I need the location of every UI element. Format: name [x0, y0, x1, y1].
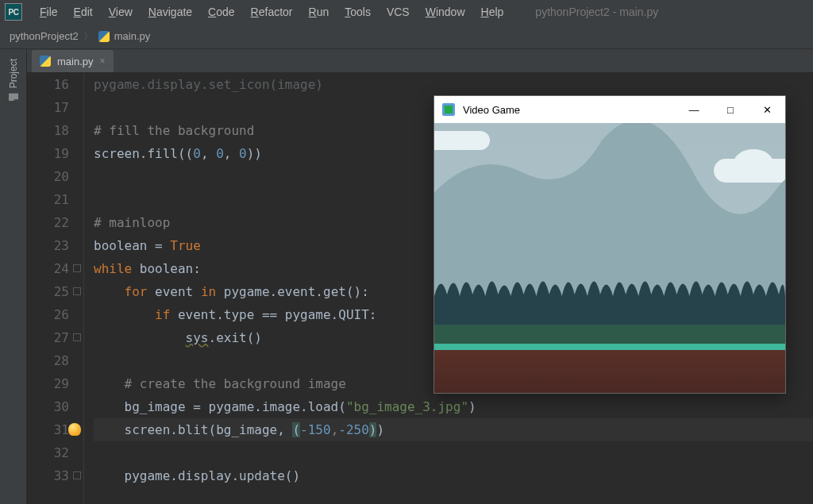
code-line[interactable]	[94, 441, 813, 464]
gutter-line[interactable]: 28	[27, 349, 69, 372]
editor-tab-main-py[interactable]: main.py ×	[32, 50, 114, 72]
code-line[interactable]: bg_image = pygame.image.load("bg_image_3…	[94, 395, 813, 418]
close-button[interactable]: ✕	[749, 96, 785, 123]
fold-marker-icon[interactable]	[73, 287, 81, 295]
gutter-line[interactable]: 25	[27, 280, 69, 303]
project-toolwindow-button[interactable]: Project	[6, 54, 21, 106]
gutter-line[interactable]: 24	[27, 257, 69, 280]
fold-marker-icon[interactable]	[73, 333, 81, 341]
menu-items: FileEditViewNavigateCodeRefactorRunTools…	[32, 4, 511, 20]
fold-marker-icon[interactable]	[73, 471, 81, 479]
gutter-line[interactable]: 26	[27, 303, 69, 326]
pygame-titlebar[interactable]: Video Game — □ ✕	[434, 96, 785, 123]
menu-help[interactable]: Help	[473, 4, 512, 20]
breadcrumb-separator-icon: 〉	[83, 29, 94, 44]
intention-bulb-icon[interactable]	[68, 423, 81, 436]
grass-highlight	[434, 344, 785, 350]
gutter-line[interactable]: 33	[27, 464, 69, 487]
gutter-line[interactable]: 16	[27, 73, 69, 96]
grass-strip	[434, 325, 785, 345]
window-controls: — □ ✕	[676, 96, 785, 123]
python-file-icon	[40, 56, 51, 67]
pygame-window-title: Video Game	[463, 104, 520, 116]
code-line[interactable]: screen.blit(bg_image, (-150,-250))	[94, 418, 813, 441]
dirt-ground	[434, 350, 785, 393]
editor-gutter: 161718192021222324252627282930313233	[27, 73, 84, 504]
gutter-line[interactable]: 31	[27, 418, 69, 441]
gutter-line[interactable]: 18	[27, 119, 69, 142]
menu-vcs[interactable]: VCS	[379, 4, 418, 20]
code-line[interactable]: pygame.display.update()	[94, 464, 813, 487]
grass-silhouette	[434, 264, 785, 325]
project-toolwindow-label: Project	[8, 59, 19, 88]
pycharm-logo-icon: PC	[5, 3, 22, 21]
breadcrumb: pythonProject2 〉 main.py	[0, 24, 813, 49]
menu-code[interactable]: Code	[200, 4, 242, 20]
menu-edit[interactable]: Edit	[66, 4, 101, 20]
gutter-line[interactable]: 20	[27, 165, 69, 188]
menu-refactor[interactable]: Refactor	[243, 4, 301, 20]
sidebar: Project	[0, 49, 27, 504]
close-tab-icon[interactable]: ×	[100, 56, 106, 67]
maximize-button[interactable]: □	[712, 96, 749, 123]
fold-marker-icon[interactable]	[73, 264, 81, 272]
code-line[interactable]: pygame.display.set_icon(image)	[94, 73, 813, 96]
folder-icon	[9, 93, 18, 101]
menu-navigate[interactable]: Navigate	[141, 4, 200, 20]
close-icon: ✕	[763, 104, 772, 116]
gutter-line[interactable]: 21	[27, 188, 69, 211]
gutter-line[interactable]: 19	[27, 142, 69, 165]
breadcrumb-project[interactable]: pythonProject2	[10, 30, 79, 42]
maximize-icon: □	[727, 104, 734, 116]
menu-bar: PC FileEditViewNavigateCodeRefactorRunTo…	[0, 0, 813, 24]
editor-tab-row: main.py ×	[27, 49, 813, 73]
menu-view[interactable]: View	[101, 4, 141, 20]
menu-tools[interactable]: Tools	[337, 4, 379, 20]
menu-file[interactable]: File	[32, 4, 66, 20]
window-title: pythonProject2 - main.py	[535, 6, 658, 18]
gutter-line[interactable]: 32	[27, 441, 69, 464]
minimize-icon: —	[689, 104, 699, 116]
gutter-line[interactable]: 30	[27, 395, 69, 418]
menu-window[interactable]: Window	[418, 4, 473, 20]
python-file-icon	[98, 31, 110, 42]
pygame-window[interactable]: Video Game — □ ✕	[433, 95, 786, 394]
pygame-window-icon	[442, 103, 455, 116]
gutter-line[interactable]: 23	[27, 234, 69, 257]
gutter-line[interactable]: 22	[27, 211, 69, 234]
breadcrumb-file[interactable]: main.py	[98, 30, 151, 42]
editor-tab-label: main.py	[57, 56, 94, 67]
breadcrumb-file-label: main.py	[114, 30, 151, 42]
minimize-button[interactable]: —	[676, 96, 712, 123]
gutter-line[interactable]: 27	[27, 326, 69, 349]
menu-run[interactable]: Run	[301, 4, 337, 20]
pygame-canvas	[434, 123, 785, 393]
gutter-line[interactable]: 29	[27, 372, 69, 395]
gutter-line[interactable]: 17	[27, 96, 69, 119]
